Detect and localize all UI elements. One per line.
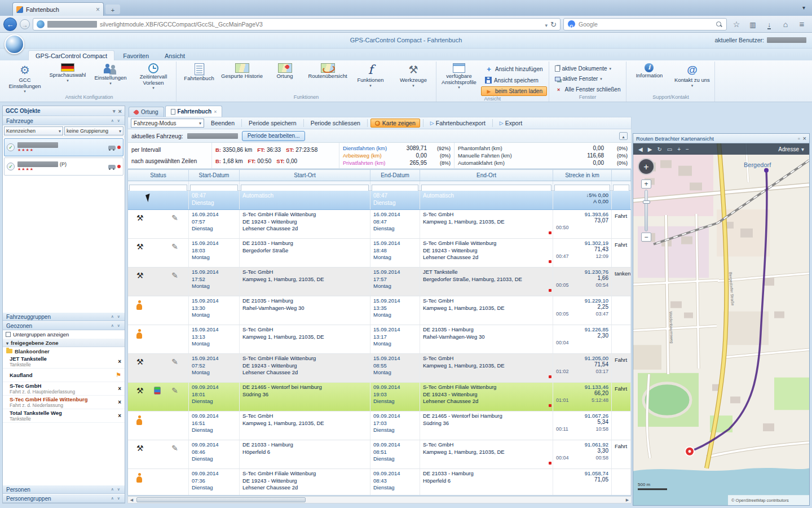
horizontal-scrollbar[interactable] (127, 496, 632, 503)
logbook-row[interactable]: ⚒✎15.09.201418:03MontagDE 21033 - Hambur… (128, 239, 631, 268)
column-header[interactable]: End-Ort (420, 170, 553, 181)
browser-tab[interactable]: Fahrtenbuch (12, 2, 104, 16)
zoom-slider[interactable] (645, 190, 648, 231)
address-dropdown[interactable]: Adresse▾ (778, 146, 804, 152)
collapse-arrows-icon[interactable] (111, 314, 121, 319)
select-area-icon[interactable]: ▭ (667, 146, 672, 152)
sidebar-dropdown-icon[interactable] (113, 108, 116, 114)
column-header[interactable]: Strecke in km (553, 170, 612, 181)
search-engine-icon[interactable] (568, 20, 575, 28)
document-tab[interactable]: Fahrtenbuch× (165, 106, 223, 117)
untergruppen-row[interactable]: Untergruppen anzeigen (3, 330, 125, 339)
reload-icon[interactable] (550, 19, 557, 29)
ribbon-button[interactable]: Einstellungen▾ (90, 62, 131, 94)
karte-zeigen-button[interactable]: Karte zeigen (370, 119, 420, 128)
scrollbar-thumb[interactable] (136, 497, 306, 502)
delete-zone-icon[interactable]: × (118, 399, 121, 405)
search-bar[interactable]: Google (563, 18, 727, 30)
collapse-arrows-icon[interactable] (111, 496, 121, 501)
ribbon-button[interactable]: verfügbare Ansichtsprofile▾ (438, 62, 480, 94)
ribbon-button[interactable]: aktive Dokumente▾ (551, 64, 625, 73)
ribbon-button[interactable]: @Kontakt zu uns▾ (671, 62, 713, 94)
compass-control[interactable] (638, 158, 655, 175)
ribbon-button[interactable]: Ansicht speichern (481, 76, 547, 85)
column-header[interactable] (612, 170, 631, 181)
site-identity-icon[interactable] (37, 20, 45, 28)
zoom-control[interactable] (641, 179, 651, 242)
section-header-geozonen[interactable]: Geozonen (3, 321, 125, 330)
ribbon-button[interactable]: +Ansicht hinzufügen (481, 64, 547, 74)
ribbon-button[interactable]: fFunktionen▾ (350, 62, 391, 94)
section-header-fahrzeuge[interactable]: Fahrzeuge (3, 116, 125, 125)
untergruppen-checkbox[interactable] (6, 332, 11, 337)
ribbon-button[interactable]: ⚙GCC Einstellungen▾ (4, 62, 46, 94)
logbook-row[interactable]: ⚒✎09.09.201408:46DienstagDE 21033 - Hamb… (128, 440, 631, 469)
export-button[interactable]: ▷Fahrtenbuchexport (426, 119, 489, 127)
zone-folder-row[interactable]: Blankoordner (3, 347, 125, 355)
column-header[interactable]: Start-Ort (240, 170, 370, 181)
logbook-row[interactable]: 15.09.201413:13MontagS-Tec GmbHKampweg 1… (128, 325, 631, 354)
column-header[interactable]: Status (128, 170, 189, 181)
bookmarks-menu-icon[interactable] (746, 19, 760, 29)
home-icon[interactable] (779, 19, 792, 29)
zoom-out-icon[interactable]: − (686, 146, 689, 152)
section-header-personengruppen[interactable]: Personengruppen (3, 494, 125, 503)
downloads-icon[interactable] (762, 19, 776, 29)
toolbar-button[interactable]: Periode speichern (245, 119, 301, 127)
logbook-row[interactable]: ⚒✎15.09.201417:52MontagS-Tec GmbHKampweg… (128, 268, 631, 296)
collapse-arrows-icon[interactable] (111, 119, 121, 123)
periode-bearbeiten-button[interactable]: Periode bearbeiten... (242, 131, 306, 141)
ribbon-button[interactable]: Sprachauswahl▾ (47, 62, 89, 94)
ribbon-button[interactable]: aktive Fenster▾ (551, 75, 625, 83)
zoom-slider-knob[interactable] (643, 200, 650, 204)
zone-list-item[interactable]: S-Tec GmbH Filiale WittenburgFahrt z. d.… (3, 396, 125, 409)
pan-right-icon[interactable]: ▶ (648, 146, 652, 152)
zone-list-item[interactable]: Total Tankstelle WegTankstelle× (3, 409, 125, 423)
zone-group-row[interactable]: freigegebene Zone (3, 339, 125, 347)
vehicle-list-item[interactable]: ✓★★★★ (4, 138, 123, 156)
collapse-arrows-icon[interactable] (111, 487, 121, 492)
history-dropdown-icon[interactable] (545, 19, 548, 29)
vehicle-list-item[interactable]: ✓(P)★★★★ (4, 157, 123, 176)
logbook-row[interactable]: ⚒✎09.09.201418:01DienstagDE 21465 - Went… (128, 383, 631, 411)
forward-button[interactable] (20, 19, 30, 29)
logbook-row[interactable]: 15.09.201413:30MontagDE 21035 - HamburgR… (128, 296, 631, 325)
scroll-right-icon[interactable] (624, 498, 631, 502)
ribbon-button[interactable]: Gespurte Historie (221, 62, 263, 94)
refresh-icon[interactable]: ↻ (657, 146, 661, 152)
column-header[interactable]: Start-Datum (189, 170, 240, 181)
map-close-icon[interactable] (803, 135, 806, 142)
ribbon-button[interactable]: ×Alle Fenster schließen (551, 85, 625, 94)
url-bar[interactable]: silverlightmodule.XBF/GCCCompact/GccSL_G… (33, 18, 561, 30)
collapse-arrows-icon[interactable] (111, 323, 121, 328)
zoom-in-button[interactable] (641, 179, 651, 189)
ribbon-tab[interactable]: Ansicht (157, 50, 192, 60)
ribbon-button[interactable]: ⚒Werkzeuge▾ (392, 62, 434, 94)
collapse-panel-icon[interactable] (619, 132, 628, 140)
ribbon-button[interactable]: Ortung (264, 62, 306, 94)
scroll-left-icon[interactable] (128, 498, 135, 502)
toolbar-button[interactable]: Beenden (207, 119, 239, 127)
ribbon-tab[interactable]: GPS-CarControl Compact (28, 50, 114, 60)
logbook-row[interactable]: 09.09.201407:36DienstagS-Tec GmbH Filial… (128, 469, 631, 495)
ribbon-button[interactable]: iInformation (628, 62, 670, 94)
zone-list-item[interactable]: JET TankstelleTankstelle× (3, 355, 125, 369)
kennzeichen-select[interactable]: Kennzeichen ▾ (4, 126, 63, 135)
ribbon-button[interactable]: ▶beim Starten laden (481, 86, 547, 96)
toolbar-button[interactable]: Periode schliessen (307, 119, 364, 127)
logbook-row[interactable]: ⚒✎15.09.201407:52MontagS-Tec GmbH Filial… (128, 354, 631, 383)
ribbon-button[interactable]: Routenübersicht (307, 62, 348, 94)
selected-group-row[interactable]: 08:47DienstagAutomatisch08:47DienstagAut… (128, 191, 631, 210)
document-tab[interactable]: Ortung (129, 107, 164, 117)
section-header-personen[interactable]: Personen (3, 485, 125, 494)
sidebar-close-icon[interactable] (118, 108, 122, 115)
tab-close-icon[interactable]: × (214, 109, 217, 115)
ribbon-tab[interactable]: Favoriten (116, 50, 156, 60)
map-canvas[interactable]: Bergedorf Bergedorfer Straße Weidenbaums… (633, 143, 809, 505)
fahrzeug-modus-select[interactable]: Fahrzeug-Modus▾ (131, 119, 204, 128)
menu-icon[interactable] (795, 19, 809, 29)
delete-zone-icon[interactable]: × (118, 358, 121, 365)
delete-zone-icon[interactable]: × (118, 413, 121, 419)
tab-close-icon[interactable] (96, 6, 100, 14)
zone-list-item[interactable]: S-Tec GmbHFahrt z. d. Hauptniederlassung… (3, 382, 125, 396)
